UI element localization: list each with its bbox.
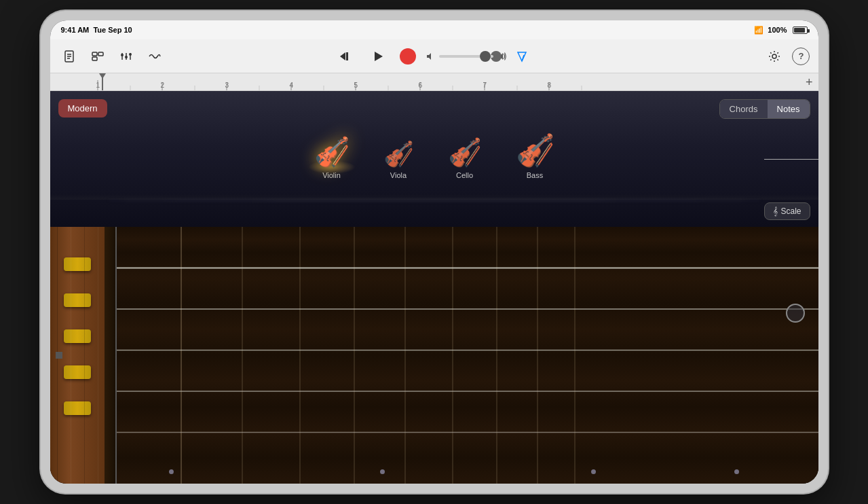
svg-rect-3 [98, 52, 103, 56]
pos-dot-1 [169, 469, 174, 474]
ruler-marks: 1 2 3 4 5 6 7 8 [56, 73, 813, 90]
battery-icon [793, 26, 808, 34]
pos-dot-4 [734, 469, 739, 474]
tuning-peg-2[interactable] [64, 293, 91, 307]
tuning-peg-5[interactable] [64, 401, 91, 415]
instrument-viola[interactable]: 🎻 Viola [383, 140, 414, 179]
viola-label: Viola [390, 171, 407, 179]
cello-image: 🎻 [448, 137, 482, 168]
scale-button[interactable]: 𝄞 Scale [764, 202, 810, 220]
bass-image: 🎻 [516, 132, 554, 168]
settings-button[interactable] [763, 46, 785, 67]
chords-notes-toggle: Chords Notes [719, 99, 810, 119]
volume-slider[interactable] [439, 55, 493, 58]
svg-rect-11 [346, 52, 348, 60]
status-right: 📶 100% [754, 26, 807, 35]
svg-point-16 [772, 54, 776, 58]
bass-label: Bass [527, 171, 543, 179]
violin-image: 🎻 [314, 135, 350, 168]
ipad-frame: 9:41 AM Tue Sep 10 📶 100% [41, 11, 828, 493]
eq-button[interactable] [144, 46, 166, 67]
svg-marker-10 [340, 52, 345, 60]
position-dots [117, 469, 791, 474]
svg-point-9 [129, 53, 132, 56]
bass-section[interactable] [50, 227, 818, 484]
toolbar-center [309, 44, 559, 69]
annotation-line-right [818, 304, 818, 304]
pos-dot-3 [591, 469, 596, 474]
fretboard[interactable] [117, 227, 818, 484]
metronome-button[interactable] [511, 46, 533, 67]
instrument-violin[interactable]: 🎻 Violin [314, 135, 350, 179]
pos-dot-2 [380, 469, 385, 474]
volume-min-icon [426, 52, 435, 61]
toolbar-right: ? [559, 46, 810, 67]
timeline-ruler: 1 2 3 4 5 6 7 8 [50, 73, 818, 91]
svg-rect-1 [92, 52, 97, 56]
annotation-line-1 [818, 159, 818, 160]
tuning-peg-1[interactable] [64, 257, 91, 271]
battery-label: 100% [768, 26, 787, 34]
svg-point-7 [121, 54, 124, 56]
volume-control [426, 51, 502, 62]
instrument-bass[interactable]: 🎻 Bass [516, 132, 554, 179]
guitar-nut [105, 227, 117, 484]
svg-rect-2 [92, 57, 97, 60]
svg-marker-12 [375, 52, 383, 61]
mixer-button[interactable] [115, 46, 137, 67]
tuning-peg-3[interactable] [64, 329, 91, 343]
svg-marker-13 [427, 53, 431, 60]
left-dot-indicator [56, 352, 62, 359]
track-view-button[interactable] [87, 46, 109, 67]
instruments-stage: 🎻 Violin 🎻 Viola 🎻 [50, 91, 818, 186]
help-button[interactable]: ? [792, 48, 810, 65]
instrument-cello[interactable]: 🎻 Cello [448, 137, 482, 179]
scale-music-icon: 𝄞 [773, 206, 778, 216]
notes-button[interactable]: Notes [768, 100, 810, 118]
cello-label: Cello [456, 171, 473, 179]
wifi-icon: 📶 [754, 26, 763, 35]
add-track-button[interactable]: + [806, 75, 813, 89]
tuning-peg-4[interactable] [64, 365, 91, 379]
metronome-icon [515, 50, 529, 63]
annotation-line-bottom [56, 443, 56, 477]
fret-lines [117, 227, 818, 484]
toolbar-left [58, 46, 309, 67]
new-song-button[interactable] [58, 46, 80, 67]
ipad-screen: 9:41 AM Tue Sep 10 📶 100% [50, 20, 818, 484]
svg-point-8 [125, 56, 128, 58]
modern-button[interactable]: Modern [58, 99, 107, 118]
play-button[interactable] [366, 44, 390, 69]
record-button[interactable] [400, 48, 416, 65]
viola-image: 🎻 [383, 140, 414, 168]
ruler-ticks [56, 73, 813, 90]
scroll-indicator[interactable] [786, 304, 805, 323]
chords-button[interactable]: Chords [720, 100, 768, 118]
instrument-section: Modern Chords Notes 🎻 [50, 91, 818, 227]
toolbar: ? [50, 39, 818, 73]
main-content: Modern Chords Notes 🎻 [50, 91, 818, 484]
rewind-button[interactable] [335, 46, 356, 67]
status-bar: 9:41 AM Tue Sep 10 📶 100% [50, 20, 818, 39]
status-time: 9:41 AM Tue Sep 10 [61, 26, 132, 34]
scale-label: Scale [780, 206, 801, 216]
